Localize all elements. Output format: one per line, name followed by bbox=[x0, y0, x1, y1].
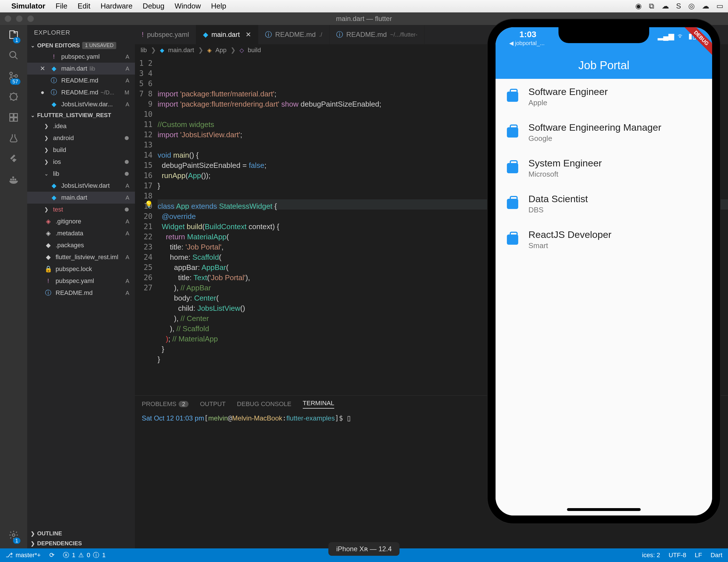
outline-header[interactable]: ❯ OUTLINE bbox=[27, 529, 135, 538]
open-editors-header[interactable]: ⌄ OPEN EDITORS 1 UNSAVED bbox=[27, 40, 135, 51]
job-list-item[interactable]: Software Engineer Apple bbox=[496, 79, 712, 115]
tree-item[interactable]: ❯build bbox=[27, 144, 135, 156]
breadcrumb-item[interactable]: build bbox=[248, 47, 261, 54]
dependencies-header[interactable]: ❯ DEPENDENCIES bbox=[27, 538, 135, 548]
debug-icon[interactable] bbox=[9, 92, 19, 104]
home-indicator[interactable] bbox=[567, 508, 641, 511]
tab-debug-console[interactable]: DEBUG CONSOLE bbox=[237, 400, 291, 408]
open-editor-item[interactable]: ✕ ◆ main.dartlib A bbox=[27, 63, 135, 75]
status-spaces[interactable]: ices: 2 bbox=[642, 552, 660, 559]
simulator-screen[interactable]: 1:03 ◀ jobportal_... ▂▄▆ ᯤ ▮▯ Job Portal… bbox=[496, 27, 712, 515]
minimize-window-icon[interactable] bbox=[16, 15, 23, 22]
ios-simulator[interactable]: 1:03 ◀ jobportal_... ▂▄▆ ᯤ ▮▯ Job Portal… bbox=[488, 19, 720, 523]
close-tab-icon[interactable]: ✕ bbox=[246, 31, 251, 39]
search-icon[interactable] bbox=[9, 50, 19, 63]
tree-item[interactable]: !pubspec.yamlA bbox=[27, 275, 135, 287]
editor-tab[interactable]: ⓘ README.md ./ bbox=[258, 25, 329, 44]
git-status: A bbox=[126, 230, 132, 237]
cloud-icon[interactable]: ☁ bbox=[702, 2, 709, 10]
tab-problems[interactable]: PROBLEMS2 bbox=[142, 400, 189, 408]
editor-tab[interactable]: ◆ main.dart ✕ bbox=[196, 25, 258, 44]
menu-hardware[interactable]: Hardware bbox=[101, 2, 133, 10]
tree-item[interactable]: ◆flutter_listview_rest.imlA bbox=[27, 251, 135, 263]
breadcrumb-item[interactable]: lib bbox=[141, 47, 147, 54]
job-list-item[interactable]: System Engineer Microsoft bbox=[496, 150, 712, 186]
editor-tab[interactable]: ⓘ README.md ~/.../flutter- bbox=[329, 25, 425, 44]
briefcase-icon bbox=[507, 163, 518, 173]
tree-item[interactable]: ❯.idea bbox=[27, 120, 135, 132]
jobs-list[interactable]: Software Engineer Apple Software Enginee… bbox=[496, 79, 712, 515]
status-eol[interactable]: LF bbox=[695, 552, 702, 559]
tree-item[interactable]: ◆JobsListView.dartA bbox=[27, 180, 135, 192]
tab-terminal[interactable]: TERMINAL bbox=[303, 400, 334, 409]
tree-item[interactable]: ◈.gitignoreA bbox=[27, 215, 135, 227]
settings-gear-icon[interactable]: 1 bbox=[9, 530, 19, 543]
simulator-caption[interactable]: iPhone Xʀ — 12.4 bbox=[328, 542, 399, 556]
tray-icon[interactable]: ◎ bbox=[688, 2, 695, 10]
tab-output[interactable]: OUTPUT bbox=[200, 400, 225, 408]
status-lang[interactable]: Dart bbox=[710, 552, 722, 559]
git-status: A bbox=[126, 77, 132, 84]
tree-item[interactable]: ◆main.dartA bbox=[27, 192, 135, 204]
tray-icon[interactable]: S bbox=[676, 2, 681, 10]
test-icon[interactable] bbox=[9, 133, 19, 146]
docker-icon[interactable]: ☁ bbox=[662, 2, 669, 10]
job-list-item[interactable]: ReactJS Developer Smart bbox=[496, 222, 712, 257]
menu-tray[interactable]: ◉ ⧉ ☁ S ◎ ☁ ▭ bbox=[630, 2, 723, 10]
svg-rect-5 bbox=[10, 114, 13, 117]
close-window-icon[interactable] bbox=[5, 15, 11, 22]
editor-tab[interactable]: ! pubspec.yaml bbox=[135, 25, 196, 44]
diagnostics[interactable]: ⓧ 1 ⚠ 0 ⓘ 1 bbox=[63, 551, 106, 559]
close-icon[interactable]: ✕ bbox=[39, 65, 46, 72]
flutter-icon[interactable] bbox=[9, 154, 19, 166]
tree-item[interactable]: ◆.packages bbox=[27, 239, 135, 251]
source-control-icon[interactable]: 57 bbox=[9, 71, 19, 84]
project-header[interactable]: ⌄ FLUTTER_LISTVIEW_REST bbox=[27, 110, 135, 120]
traffic-lights[interactable] bbox=[0, 15, 34, 22]
mac-menubar[interactable]: Simulator File Edit Hardware Debug Windo… bbox=[0, 0, 728, 12]
dirty-dot-icon[interactable]: ● bbox=[39, 89, 46, 96]
dropbox-icon[interactable]: ⧉ bbox=[649, 2, 654, 10]
activity-bar[interactable]: 1 57 1 bbox=[0, 25, 27, 548]
svg-point-3 bbox=[15, 75, 18, 77]
lightbulb-icon[interactable]: 💡 bbox=[145, 199, 153, 210]
tree-item[interactable]: ⓘREADME.mdA bbox=[27, 287, 135, 299]
tab-label: README.md bbox=[346, 31, 387, 39]
tray-icon[interactable]: ◉ bbox=[635, 2, 642, 10]
job-list-item[interactable]: Data Scientist DBS bbox=[496, 186, 712, 222]
zoom-window-icon[interactable] bbox=[27, 15, 34, 22]
menu-edit[interactable]: Edit bbox=[78, 2, 90, 10]
file-name: pubspec.yaml bbox=[61, 53, 122, 60]
menu-window[interactable]: Window bbox=[175, 2, 201, 10]
open-editor-item[interactable]: ● ⓘ README.md~/D... M bbox=[27, 86, 135, 98]
svg-rect-7 bbox=[10, 118, 13, 121]
explorer-icon[interactable]: 1 bbox=[9, 29, 19, 42]
explorer-sidebar[interactable]: EXPLORER ⌄ OPEN EDITORS 1 UNSAVED ! pubs… bbox=[27, 25, 135, 548]
file-icon: ⓘ bbox=[336, 30, 343, 39]
job-list-item[interactable]: Software Engineering Manager Google bbox=[496, 115, 712, 150]
breadcrumb-item[interactable]: main.dart bbox=[168, 47, 194, 54]
extensions-icon[interactable] bbox=[9, 112, 19, 125]
tree-item[interactable]: ❯android bbox=[27, 132, 135, 144]
menu-help[interactable]: Help bbox=[211, 2, 226, 10]
sync-icon[interactable]: ⟳ bbox=[49, 552, 54, 559]
open-editor-item[interactable]: ◆ JobsListView.dar... A bbox=[27, 98, 135, 110]
git-branch[interactable]: ⎇ master*+ bbox=[6, 552, 41, 559]
status-encoding[interactable]: UTF-8 bbox=[668, 552, 686, 559]
item-label: README.md bbox=[56, 289, 122, 297]
breadcrumb-item[interactable]: App bbox=[215, 47, 227, 54]
open-editor-item[interactable]: ⓘ README.md A bbox=[27, 75, 135, 86]
tree-item[interactable]: ⌄lib bbox=[27, 168, 135, 180]
tree-item[interactable]: ❯test bbox=[27, 204, 135, 215]
open-editor-item[interactable]: ! pubspec.yaml A bbox=[27, 51, 135, 63]
tray-icon[interactable]: ▭ bbox=[716, 2, 723, 10]
menu-file[interactable]: File bbox=[56, 2, 67, 10]
docker-icon[interactable] bbox=[9, 174, 19, 187]
status-back-app[interactable]: ◀ jobportal_... bbox=[509, 40, 545, 47]
tree-item[interactable]: 🔒pubspec.lock bbox=[27, 263, 135, 275]
menu-app[interactable]: Simulator bbox=[11, 2, 45, 10]
file-icon: ⓘ bbox=[50, 76, 58, 85]
menu-debug[interactable]: Debug bbox=[143, 2, 164, 10]
tree-item[interactable]: ◈.metadataA bbox=[27, 227, 135, 239]
tree-item[interactable]: ❯ios bbox=[27, 156, 135, 168]
